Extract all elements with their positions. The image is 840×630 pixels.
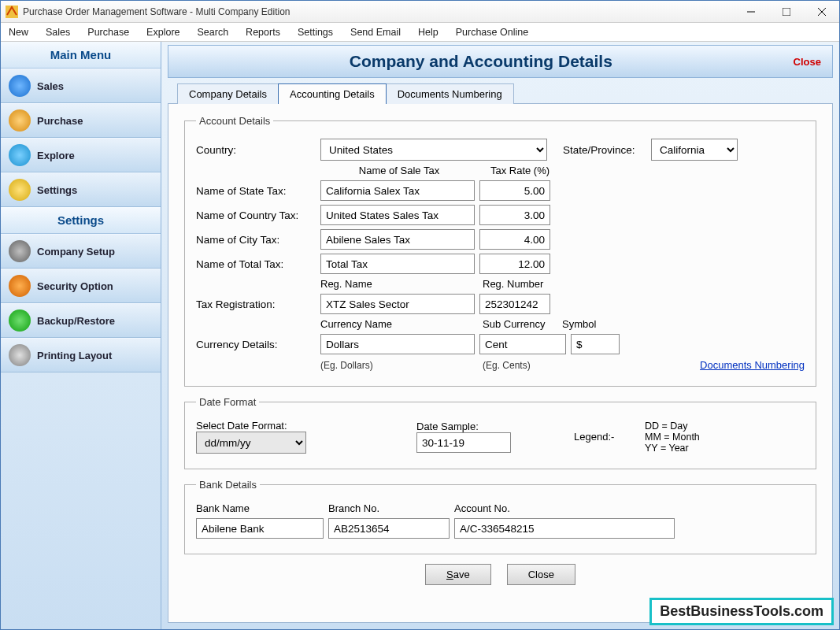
account-details-legend: Account Details <box>196 115 273 127</box>
close-window-button[interactable] <box>804 1 839 23</box>
bank-name-input[interactable] <box>196 518 324 539</box>
sidebar-item-label: Company Setup <box>37 246 115 258</box>
save-button[interactable]: Save <box>425 564 491 585</box>
app-icon <box>6 6 18 18</box>
lock-icon <box>9 275 31 297</box>
select-date-format-label: Select Date Format: <box>196 420 416 432</box>
sidebar-item-label: Security Option <box>37 280 113 292</box>
explore-icon <box>9 144 31 166</box>
sidebar-item-explore[interactable]: Explore <box>1 138 161 172</box>
tab-panel: Account Details Country: United States S… <box>168 103 833 623</box>
sidebar-item-backup-restore[interactable]: Backup/Restore <box>1 303 161 338</box>
close-button[interactable]: Close <box>507 564 575 585</box>
sidebar: Main Menu Sales Purchase Explore Setting… <box>1 42 161 629</box>
legend-dd: DD = Day <box>645 421 700 432</box>
svg-rect-2 <box>783 8 790 16</box>
window-title: Purchase Order Management Software - Mul… <box>23 6 733 17</box>
branch-no-input[interactable] <box>328 518 450 539</box>
country-tax-rate-input[interactable] <box>479 205 550 225</box>
sidebar-item-label: Sales <box>37 80 64 92</box>
city-tax-rate-input[interactable] <box>479 229 550 250</box>
tab-documents-numbering[interactable]: Documents Numbering <box>386 83 514 104</box>
tab-company-details[interactable]: Company Details <box>177 83 279 104</box>
sidebar-item-label: Backup/Restore <box>37 315 115 327</box>
menu-purchase-online[interactable]: Purchase Online <box>456 27 528 38</box>
state-label: State/Province: <box>563 144 651 156</box>
country-tax-label: Name of Country Tax: <box>196 209 320 221</box>
menu-explore[interactable]: Explore <box>146 27 179 38</box>
app-window: Purchase Order Management Software - Mul… <box>0 0 840 630</box>
city-tax-name-input[interactable] <box>320 229 475 250</box>
legend-yy: YY = Year <box>645 443 700 454</box>
minimize-button[interactable] <box>733 1 768 23</box>
sidebar-item-label: Settings <box>37 184 77 196</box>
sidebar-item-sales[interactable]: Sales <box>1 69 161 103</box>
tax-rate-header: Tax Rate (%) <box>483 165 557 176</box>
symbol-input[interactable] <box>571 334 620 354</box>
sales-icon <box>9 75 31 97</box>
printer-icon <box>9 344 31 366</box>
close-link[interactable]: Close <box>794 56 821 68</box>
sidebar-item-label: Purchase <box>37 115 83 127</box>
date-format-group: Date Format Select Date Format: dd/mm/yy… <box>184 396 816 469</box>
page-title: Company and Accounting Details <box>168 52 794 71</box>
country-tax-name-input[interactable] <box>320 205 475 225</box>
menubar: New Sales Purchase Explore Search Report… <box>1 23 839 42</box>
total-tax-rate-input[interactable] <box>479 254 550 274</box>
state-tax-rate-input[interactable] <box>479 180 550 201</box>
sidebar-item-settings[interactable]: Settings <box>1 172 161 207</box>
date-format-legend: Date Format <box>196 396 259 408</box>
sidebar-item-printing-layout[interactable]: Printing Layout <box>1 338 161 372</box>
sidebar-item-security[interactable]: Security Option <box>1 269 161 303</box>
date-sample-label: Date Sample: <box>416 421 574 432</box>
legend-label: Legend:- <box>574 431 645 443</box>
sub-currency-input[interactable] <box>479 334 566 354</box>
currency-name-header: Currency Name <box>320 318 478 330</box>
reg-name-input[interactable] <box>320 294 475 314</box>
settings-icon <box>9 179 31 201</box>
country-label: Country: <box>196 144 320 156</box>
tab-accounting-details[interactable]: Accounting Details <box>278 83 387 104</box>
sidebar-header-main: Main Menu <box>1 42 161 69</box>
watermark: BestBusinessTools.com <box>649 598 834 625</box>
sub-currency-header: Sub Currency <box>483 318 557 330</box>
sidebar-item-label: Printing Layout <box>37 350 112 361</box>
currency-name-input[interactable] <box>320 334 475 354</box>
company-icon <box>9 240 31 262</box>
bank-name-header: Bank Name <box>196 502 328 514</box>
sidebar-item-purchase[interactable]: Purchase <box>1 103 161 138</box>
account-no-input[interactable] <box>454 518 675 539</box>
menu-sales[interactable]: Sales <box>46 27 70 38</box>
eg-cents: (Eg. Cents) <box>483 360 569 371</box>
country-select[interactable]: United States <box>320 139 547 161</box>
city-tax-label: Name of City Tax: <box>196 234 320 246</box>
menu-purchase[interactable]: Purchase <box>87 27 129 38</box>
sidebar-item-company-setup[interactable]: Company Setup <box>1 234 161 269</box>
menu-search[interactable]: Search <box>198 27 229 38</box>
menu-help[interactable]: Help <box>418 27 439 38</box>
purchase-icon <box>9 109 31 132</box>
menu-reports[interactable]: Reports <box>246 27 280 38</box>
menu-send-email[interactable]: Send Email <box>350 27 401 38</box>
eg-dollars: (Eg. Dollars) <box>320 360 478 371</box>
state-select[interactable]: California <box>651 139 738 161</box>
date-format-select[interactable]: dd/mm/yy <box>196 432 306 454</box>
maximize-button[interactable] <box>768 1 804 23</box>
currency-details-label: Currency Details: <box>196 339 320 350</box>
date-sample-input[interactable] <box>416 432 511 453</box>
account-details-group: Account Details Country: United States S… <box>184 115 816 387</box>
legend-mm: MM = Month <box>645 432 700 443</box>
titlebar: Purchase Order Management Software - Mul… <box>1 1 839 23</box>
content-area: Company and Accounting Details Close Com… <box>161 42 839 629</box>
state-tax-label: Name of State Tax: <box>196 185 320 197</box>
state-tax-name-input[interactable] <box>320 180 475 201</box>
menu-new[interactable]: New <box>9 27 28 38</box>
account-no-header: Account No. <box>454 502 510 514</box>
documents-numbering-link[interactable]: Documents Numbering <box>700 359 805 371</box>
reg-number-input[interactable] <box>479 294 550 314</box>
total-tax-name-input[interactable] <box>320 254 475 274</box>
branch-no-header: Branch No. <box>328 502 454 514</box>
sidebar-item-label: Explore <box>37 150 75 161</box>
menu-settings[interactable]: Settings <box>298 27 333 38</box>
reg-number-header: Reg. Number <box>483 278 557 290</box>
